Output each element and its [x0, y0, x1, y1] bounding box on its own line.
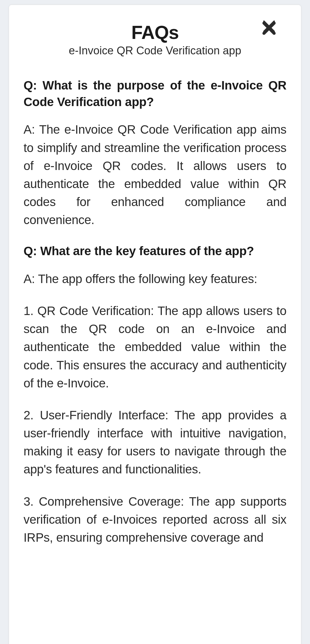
close-button[interactable] — [260, 19, 281, 40]
faq-answer-2-item-3: 3. Comprehensive Coverage: The app suppo… — [24, 493, 286, 547]
faq-question-1: Q: What is the purpose of the e-Invoice … — [24, 77, 286, 110]
faq-answer-2-item-1: 1. QR Code Verification: The app allows … — [24, 302, 286, 392]
faq-content: Q: What is the purpose of the e-Invoice … — [24, 77, 286, 547]
faq-modal: FAQs e-Invoice QR Code Verification app … — [9, 5, 301, 644]
modal-header: FAQs e-Invoice QR Code Verification app — [24, 22, 286, 57]
faq-question-2: Q: What are the key features of the app? — [24, 243, 286, 260]
faq-answer-1: A: The e-Invoice QR Code Verification ap… — [24, 121, 286, 229]
close-icon — [260, 19, 278, 37]
modal-subtitle: e-Invoice QR Code Verification app — [24, 44, 286, 57]
faq-answer-2-intro: A: The app offers the following key feat… — [24, 270, 286, 288]
modal-title: FAQs — [24, 22, 286, 43]
faq-answer-2-item-2: 2. User-Friendly Interface: The app prov… — [24, 406, 286, 479]
